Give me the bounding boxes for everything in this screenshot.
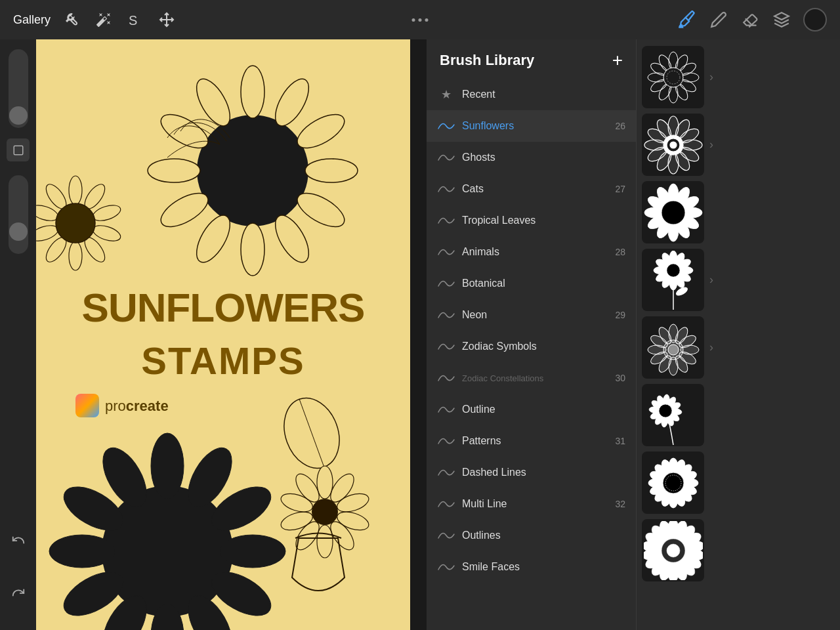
brush-library-panel: Brush Library + ★ Recent Sunflowers 26 G…	[427, 39, 840, 630]
brush-item-icon-ghosts	[437, 148, 455, 167]
brush-library-header: Brush Library +	[427, 39, 636, 79]
brush-item-tropical-leaves[interactable]: Tropical Leaves	[427, 205, 636, 236]
stroke-icon	[437, 560, 455, 574]
magic-icon[interactable]	[94, 10, 114, 30]
brush-count: 32	[615, 499, 625, 509]
stroke-icon	[437, 277, 455, 290]
preview-item-2: ›	[642, 114, 835, 176]
brush-item-sunflowers[interactable]: Sunflowers 26	[427, 110, 636, 142]
brush-preview-thumb-2[interactable]	[642, 114, 704, 176]
redo-button[interactable]	[7, 581, 30, 604]
wrench-icon[interactable]	[62, 10, 82, 30]
brush-item-icon-outlines	[437, 526, 455, 545]
svg-text:procreate: procreate	[105, 398, 169, 414]
brush-preview-thumb-8[interactable]	[642, 519, 704, 581]
brush-item-label-recent: Recent	[462, 89, 625, 100]
brush-preview-thumb-1[interactable]	[642, 46, 704, 108]
brush-item-cats[interactable]: Cats 27	[427, 173, 636, 205]
brush-item-animals[interactable]: Animals 28	[427, 236, 636, 268]
left-panel	[0, 39, 36, 630]
preview-item-8	[642, 519, 835, 581]
svg-marker-3	[774, 12, 789, 20]
brush-count: 31	[615, 436, 625, 446]
svg-text:STAMPS: STAMPS	[141, 339, 304, 382]
brush-items-container: ★ Recent Sunflowers 26 Ghosts Cats 27 Tr…	[427, 79, 636, 583]
brush-count: 28	[615, 247, 625, 257]
brush-item-patterns[interactable]: Patterns 31	[427, 425, 636, 457]
brush-item-label-tropical-leaves: Tropical Leaves	[462, 215, 625, 226]
smudge-icon[interactable]: S	[125, 10, 145, 30]
brush-item-label-zodiac-symbols: Zodiac Symbols	[462, 341, 625, 352]
brush-item-label-neon: Neon	[462, 309, 625, 321]
brush-item-recent[interactable]: ★ Recent	[427, 79, 636, 110]
stroke-icon	[437, 308, 455, 322]
svg-point-34	[102, 486, 233, 617]
brush-list: Brush Library + ★ Recent Sunflowers 26 G…	[427, 39, 637, 630]
preview-chevron-1[interactable]: ›	[709, 70, 713, 84]
svg-point-10	[305, 159, 358, 182]
brush-item-label-sunflowers: Sunflowers	[462, 120, 625, 132]
stroke-icon	[437, 151, 455, 164]
brush-preview-thumb-3[interactable]	[642, 181, 704, 243]
stroke-icon	[437, 119, 455, 133]
brush-size-slider[interactable]	[9, 49, 28, 128]
brush-item-outline[interactable]: Outline	[427, 394, 636, 425]
layers-icon[interactable]	[772, 10, 791, 30]
preview-chevron-5[interactable]: ›	[709, 341, 713, 354]
more-dots[interactable]	[412, 18, 429, 22]
stroke-icon	[437, 403, 455, 416]
preview-item-1: ›	[642, 46, 835, 108]
brush-item-label-smile-faces: Smile Faces	[462, 561, 625, 573]
brush-item-label-botanical: Botanical	[462, 278, 625, 289]
brush-item-icon-dashed-lines	[437, 463, 455, 482]
canvas-area[interactable]: SUNFLOWERS STAMPS procreate	[36, 39, 410, 630]
stroke-icon	[437, 340, 455, 353]
svg-point-6	[197, 115, 308, 226]
brush-item-neon[interactable]: Neon 29	[427, 299, 636, 331]
add-brush-button[interactable]: +	[612, 51, 623, 70]
opacity-toggle[interactable]	[7, 138, 30, 161]
brush-preview-thumb-4[interactable]	[642, 249, 704, 311]
svg-point-7	[241, 66, 264, 118]
svg-point-135	[668, 345, 679, 355]
preview-item-6	[642, 384, 835, 446]
brush-item-icon-botanical	[437, 274, 455, 293]
brush-preview-thumb-7[interactable]	[642, 452, 704, 514]
brush-item-ghosts[interactable]: Ghosts	[427, 142, 636, 173]
color-swatch[interactable]	[803, 8, 827, 32]
preview-chevron-4[interactable]: ›	[709, 273, 713, 287]
gallery-button[interactable]: Gallery	[13, 13, 51, 27]
undo-button[interactable]	[7, 528, 30, 551]
brush-preview-thumb-6[interactable]	[642, 384, 704, 446]
eraser-tool-icon[interactable]	[740, 10, 760, 30]
svg-point-29	[56, 203, 95, 243]
brush-preview-thumb-5[interactable]	[642, 316, 704, 379]
brush-item-label-animals: Animals	[462, 246, 625, 258]
brush-item-icon-smile-faces	[437, 558, 455, 576]
opacity-slider[interactable]	[9, 175, 28, 254]
brush-item-multi-line[interactable]: Multi Line 32	[427, 488, 636, 520]
preview-chevron-2[interactable]: ›	[709, 138, 713, 152]
top-toolbar: Gallery S	[0, 0, 840, 39]
brush-item-label-ghosts: Ghosts	[462, 152, 625, 163]
brush-item-zodiac-symbols[interactable]: Zodiac Symbols	[427, 331, 636, 362]
svg-point-49	[317, 466, 333, 499]
brush-count: 27	[615, 184, 625, 194]
svg-point-73	[663, 68, 683, 87]
svg-point-19	[69, 176, 82, 205]
brush-item-outlines[interactable]: Outlines	[427, 520, 636, 551]
brush-count: 29	[615, 310, 625, 320]
pencil-tool-icon[interactable]	[709, 10, 728, 30]
brush-tool-icon[interactable]	[677, 10, 697, 30]
svg-point-38	[220, 535, 285, 568]
brush-item-label-cats: Cats	[462, 183, 625, 195]
toolbar-center	[412, 18, 429, 22]
brush-item-zodiac-constellations[interactable]: Zodiac Constellations 30	[427, 362, 636, 394]
brush-item-label-dashed-lines: Dashed Lines	[462, 467, 625, 478]
brush-item-botanical[interactable]: Botanical	[427, 268, 636, 299]
stroke-icon	[437, 497, 455, 511]
brush-item-label-multi-line: Multi Line	[462, 498, 625, 510]
brush-item-smile-faces[interactable]: Smile Faces	[427, 551, 636, 583]
brush-item-dashed-lines[interactable]: Dashed Lines	[427, 457, 636, 488]
transform-icon[interactable]	[157, 10, 177, 30]
